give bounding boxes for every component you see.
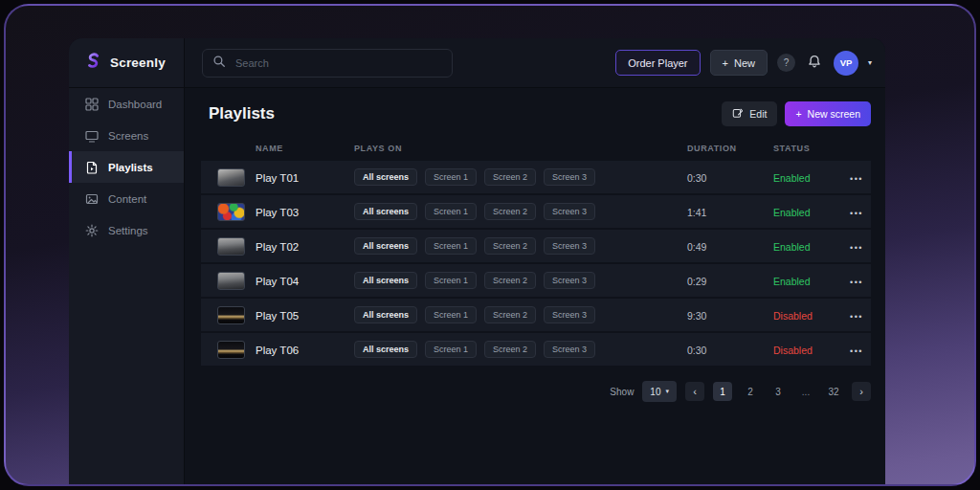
edit-button[interactable]: Edit	[722, 101, 777, 126]
table-row[interactable]: Play T06All screensScreen 1Screen 2Scree…	[201, 333, 871, 366]
page-size-value: 10	[650, 387, 660, 397]
duration-value: 1:41	[687, 207, 706, 218]
screenly-s-icon	[83, 51, 103, 75]
playlist-name: Play T06	[256, 345, 299, 356]
new-screen-button[interactable]: + New screen	[785, 101, 871, 126]
pagination-next-button[interactable]: ›	[852, 382, 871, 401]
search-input[interactable]	[234, 56, 442, 70]
row-menu-icon[interactable]: •••	[850, 312, 863, 322]
status-badge: Disabled	[773, 345, 813, 356]
screen-tag[interactable]: All screens	[354, 272, 417, 289]
screen-tag[interactable]: Screen 1	[425, 168, 477, 186]
topbar: Order Player + New ?	[185, 38, 885, 88]
screen-tag[interactable]: Screen 3	[544, 237, 595, 255]
duration-value: 0:30	[687, 172, 706, 184]
header-plays-on: PLAYS ON	[354, 144, 687, 153]
table-body: Play T01All screensScreen 1Screen 2Scree…	[201, 161, 871, 366]
sidebar: Screenly DashboardScreensPlaylistsConten…	[69, 38, 185, 484]
brand-name: Screenly	[110, 56, 166, 70]
header-name: NAME	[256, 144, 354, 153]
chevron-down-icon[interactable]: ▾	[868, 58, 872, 67]
row-menu-icon[interactable]: •••	[850, 346, 863, 356]
screen-tag[interactable]: Screen 3	[544, 203, 595, 220]
sidebar-item-playlists[interactable]: Playlists	[69, 151, 184, 183]
table-row[interactable]: Play T04All screensScreen 1Screen 2Scree…	[201, 264, 871, 297]
screen-tag[interactable]: Screen 1	[425, 237, 477, 255]
table-row[interactable]: Play T01All screensScreen 1Screen 2Scree…	[201, 161, 871, 193]
user-avatar[interactable]: VP	[834, 51, 858, 76]
plus-icon: +	[795, 108, 801, 120]
status-badge: Enabled	[773, 276, 811, 287]
screen-tag[interactable]: All screens	[354, 306, 417, 323]
row-menu-icon[interactable]: •••	[850, 243, 863, 253]
duration-value: 9:30	[687, 310, 706, 322]
sidebar-item-label: Screens	[108, 130, 148, 142]
pagination-page-3[interactable]: 3	[768, 382, 788, 401]
screen-tag[interactable]: Screen 2	[484, 168, 536, 186]
screen-tag[interactable]: Screen 3	[544, 341, 595, 358]
screen-tag[interactable]: All screens	[354, 203, 417, 220]
app-window: Screenly DashboardScreensPlaylistsConten…	[69, 38, 885, 484]
playlist-name: Play T05	[256, 310, 299, 322]
page-size-select[interactable]: 10 ▾	[642, 381, 677, 402]
sidebar-item-label: Playlists	[108, 162, 153, 173]
help-button[interactable]: ?	[777, 54, 795, 72]
pagination-page-1[interactable]: 1	[713, 382, 732, 401]
screen-tag[interactable]: Screen 2	[484, 341, 536, 358]
screen-tag[interactable]: Screen 3	[544, 272, 595, 289]
screen-tag[interactable]: Screen 2	[484, 203, 536, 220]
sidebar-item-content[interactable]: Content	[69, 183, 184, 214]
status-badge: Disabled	[773, 310, 813, 322]
screen-tag[interactable]: All screens	[354, 168, 417, 186]
question-mark-icon: ?	[784, 57, 790, 68]
sidebar-item-dashboard[interactable]: Dashboard	[69, 88, 184, 120]
header-status: STATUS	[773, 144, 842, 153]
screen-tag[interactable]: Screen 3	[544, 168, 595, 186]
playlist-thumbnail-night	[217, 306, 245, 324]
playlist-name: Play T03	[256, 207, 299, 218]
pagination-prev-button[interactable]: ‹	[685, 382, 704, 401]
screen-tag[interactable]: Screen 3	[544, 306, 595, 323]
duration-value: 0:29	[687, 276, 706, 287]
playlist-name: Play T02	[256, 241, 299, 253]
playlist-thumbnail-mountain	[217, 272, 245, 290]
table-row[interactable]: Play T02All screensScreen 1Screen 2Scree…	[201, 230, 871, 262]
dashboard-grid-icon	[85, 98, 99, 111]
screen-tag[interactable]: Screen 1	[425, 203, 477, 220]
status-badge: Enabled	[773, 241, 811, 253]
sidebar-item-settings[interactable]: Settings	[69, 214, 184, 246]
screen-tag[interactable]: Screen 1	[425, 306, 477, 323]
table-row[interactable]: Play T05All screensScreen 1Screen 2Scree…	[201, 299, 871, 331]
row-menu-icon[interactable]: •••	[850, 278, 863, 287]
row-menu-icon[interactable]: •••	[850, 174, 863, 184]
playlists-table: NAME PLAYS ON DURATION STATUS Play T01Al…	[201, 136, 871, 366]
screen-tag[interactable]: Screen 2	[484, 306, 536, 323]
screen-tag[interactable]: Screen 1	[425, 272, 477, 289]
new-screen-label: New screen	[808, 108, 860, 120]
search-bar[interactable]	[202, 49, 453, 78]
avatar-initials: VP	[840, 57, 853, 68]
pagination-page-2[interactable]: 2	[741, 382, 760, 401]
table-row[interactable]: Play T03All screensScreen 1Screen 2Scree…	[201, 195, 871, 228]
header-duration: DURATION	[687, 144, 773, 153]
screen-tag[interactable]: Screen 2	[484, 272, 536, 289]
notifications-button[interactable]	[805, 54, 824, 73]
new-button[interactable]: + New	[710, 50, 768, 76]
edit-button-label: Edit	[749, 108, 767, 120]
screen-tag[interactable]: Screen 1	[425, 341, 477, 358]
screen-tag[interactable]: All screens	[354, 237, 417, 255]
screen-tag[interactable]: All screens	[354, 341, 417, 358]
screen-tag[interactable]: Screen 2	[484, 237, 536, 255]
screens-monitor-icon	[85, 129, 99, 143]
settings-gear-icon	[85, 224, 99, 237]
sidebar-item-screens[interactable]: Screens	[69, 120, 184, 151]
bell-icon	[807, 54, 822, 73]
order-player-button[interactable]: Order Player	[615, 50, 700, 76]
playlist-thumbnail-clouds	[217, 168, 245, 187]
playlist-thumbnail-mountain	[217, 237, 245, 256]
row-menu-icon[interactable]: •••	[850, 209, 863, 218]
sidebar-nav: DashboardScreensPlaylistsContentSettings	[69, 88, 184, 246]
sidebar-item-label: Content	[108, 193, 146, 205]
pagination-page-32[interactable]: 32	[824, 382, 843, 401]
status-badge: Enabled	[773, 207, 811, 218]
